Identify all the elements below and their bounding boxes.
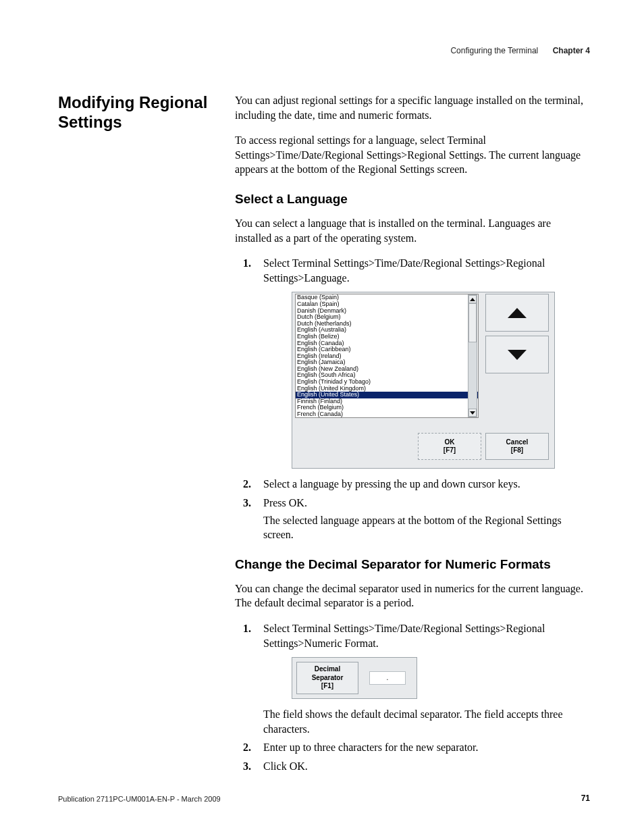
listbox-scrollbar[interactable] [468, 294, 477, 417]
page: Configuring the Terminal Chapter 4 Modif… [0, 0, 644, 834]
language-option[interactable]: French (France) [296, 418, 478, 419]
scrollbar-thumb[interactable] [468, 303, 477, 342]
ds-line2: Separator [312, 674, 344, 683]
lang-step-3: 3. Press OK. The selected language appea… [235, 496, 589, 542]
section-title: Modifying Regional Settings [58, 93, 220, 132]
select-language-steps: 1. Select Terminal Settings>Time/Date/Re… [235, 256, 589, 542]
ok-button[interactable]: OK [F7] [418, 433, 481, 460]
decimal-dialog: Decimal Separator [F1] . [292, 657, 417, 699]
decimal-separator-button[interactable]: Decimal Separator [F1] [296, 662, 358, 694]
cursor-down-button[interactable] [485, 336, 549, 373]
dec-step-3: 3. Click OK. [235, 759, 589, 774]
footer-page-number: 71 [581, 793, 590, 803]
lang-step-1: 1. Select Terminal Settings>Time/Date/Re… [235, 256, 589, 469]
step-text: Press OK. [263, 497, 307, 509]
ds-field-value: . [387, 673, 389, 683]
triangle-up-icon [508, 308, 527, 318]
step-number: 3. [243, 496, 251, 511]
triangle-down-icon [508, 350, 527, 360]
decimal-heading: Change the Decimal Separator for Numeric… [235, 557, 589, 572]
cursor-up-button[interactable] [485, 294, 549, 332]
language-listbox[interactable]: Basque (Spain)Catalan (Spain)Danish (Den… [295, 294, 479, 418]
decimal-dialog-screenshot: Decimal Separator [F1] . [292, 657, 417, 699]
ok-key: [F7] [444, 446, 456, 455]
chevron-up-icon [470, 298, 475, 301]
step-number: 3. [243, 759, 251, 774]
decimal-steps: 1. Select Terminal Settings>Time/Date/Re… [235, 621, 589, 774]
language-dialog-screenshot: Basque (Spain)Catalan (Spain)Danish (Den… [292, 292, 555, 469]
step-text: Enter up to three characters for the new… [263, 741, 479, 753]
select-language-lead: You can select a language that is instal… [235, 216, 589, 245]
intro-paragraph-2: To access regional settings for a langua… [235, 133, 589, 177]
chevron-down-icon [470, 411, 475, 415]
cancel-key: [F8] [511, 446, 523, 455]
footer-publication: Publication 2711PC-UM001A-EN-P - March 2… [58, 795, 221, 803]
step-number: 2. [243, 477, 251, 492]
ok-label: OK [445, 438, 455, 447]
cancel-button[interactable]: Cancel [F8] [485, 433, 549, 460]
ds-line1: Decimal [315, 665, 340, 674]
decimal-lead: You can change the decimal separator use… [235, 581, 589, 610]
step-subtext: The field shows the default decimal sepa… [263, 707, 589, 736]
left-column: Modifying Regional Settings [58, 93, 220, 132]
right-column: You can adjust regional settings for a s… [235, 93, 589, 777]
step-text: Select Terminal Settings>Time/Date/Regio… [263, 623, 545, 649]
step-number: 1. [243, 256, 251, 271]
step-subtext: The selected language appears at the bot… [263, 513, 589, 542]
step-text: Click OK. [263, 760, 308, 772]
decimal-separator-field[interactable]: . [369, 671, 406, 685]
lang-step-2: 2. Select a language by pressing the up … [235, 477, 589, 492]
scrollbar-up-button[interactable] [468, 295, 477, 303]
intro-paragraph-1: You can adjust regional settings for a s… [235, 93, 589, 122]
step-number: 2. [243, 740, 251, 755]
running-header-chapter: Chapter 4 [553, 46, 590, 55]
ds-key: [F1] [321, 682, 333, 691]
dec-step-1: 1. Select Terminal Settings>Time/Date/Re… [235, 621, 589, 736]
step-text: Select Terminal Settings>Time/Date/Regio… [263, 257, 545, 284]
step-number: 1. [243, 621, 251, 636]
running-header-section: Configuring the Terminal [450, 46, 538, 55]
scrollbar-down-button[interactable] [468, 409, 477, 417]
running-header: Configuring the Terminal Chapter 4 [450, 46, 590, 55]
cancel-label: Cancel [506, 438, 529, 447]
language-dialog: Basque (Spain)Catalan (Spain)Danish (Den… [292, 292, 555, 469]
select-language-heading: Select a Language [235, 192, 589, 207]
dec-step-2: 2. Enter up to three characters for the … [235, 740, 589, 755]
step-text: Select a language by pressing the up and… [263, 478, 520, 490]
